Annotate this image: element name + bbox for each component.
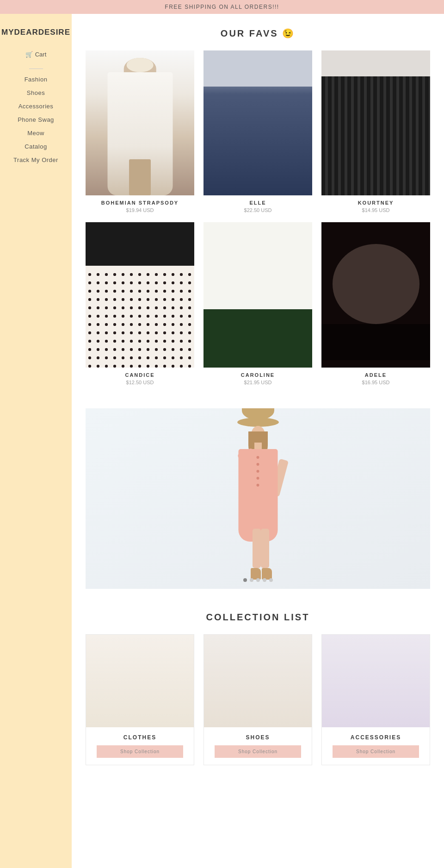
product-image-kourtney — [321, 50, 430, 195]
carousel-dot-5[interactable] — [269, 578, 273, 582]
carousel-section — [86, 408, 430, 589]
product-price-bohemian: $19.94 USD — [126, 207, 154, 213]
product-card-adele[interactable]: ADELE $16.95 USD — [321, 222, 430, 385]
sidebar-item-track-order[interactable]: Track My Order — [13, 156, 58, 163]
banner-text: FREE SHIPPING ON ALL ORDERS!!! — [165, 4, 279, 10]
product-price-elle: $22.50 USD — [244, 207, 272, 213]
favs-title: OUR FAVS 😉 — [86, 28, 430, 39]
top-banner: FREE SHIPPING ON ALL ORDERS!!! — [0, 0, 444, 14]
product-image-elle — [204, 50, 312, 195]
shop-clothes-button[interactable]: Shop Collection — [97, 745, 183, 758]
shop-shoes-button[interactable]: Shop Collection — [215, 745, 301, 758]
product-image-adele — [321, 222, 430, 367]
sidebar-item-meow[interactable]: Meow — [27, 130, 44, 137]
favs-grid: BOHEMIAN STRAPSODY $19.94 USD ELLE $22.5… — [86, 50, 430, 385]
sidebar-divider — [29, 69, 43, 69]
product-price-candice: $12.50 USD — [126, 380, 154, 385]
collection-card-clothes[interactable]: CLOTHES Shop Collection — [86, 634, 194, 765]
carousel-dot-4[interactable] — [263, 578, 266, 582]
dress-body — [238, 449, 278, 542]
product-price-caroline: $21.95 USD — [244, 380, 272, 385]
cart-label: Cart — [35, 51, 47, 58]
collection-image-clothes — [86, 635, 194, 727]
collection-name-clothes: CLOTHES — [123, 727, 156, 745]
carousel-dot-2[interactable] — [250, 578, 253, 582]
shop-accessories-button[interactable]: Shop Collection — [333, 745, 419, 758]
collection-name-shoes: SHOES — [246, 727, 270, 745]
product-image-caroline — [204, 222, 312, 367]
collection-image-accessories — [322, 635, 430, 727]
collection-card-accessories[interactable]: ACCESSORIES Shop Collection — [321, 634, 430, 765]
carousel-dot-1[interactable] — [243, 578, 247, 582]
collection-section: COLLECTION LIST CLOTHES Shop Collection … — [72, 598, 444, 779]
product-price-adele: $16.95 USD — [362, 380, 390, 385]
leg-left — [253, 529, 261, 568]
main-content: OUR FAVS 😉 BOHEMIAN STRAPSODY $19.94 USD — [72, 14, 444, 868]
product-image-candice — [86, 222, 194, 367]
product-card-elle[interactable]: ELLE $22.50 USD — [204, 50, 312, 213]
product-price-kourtney: $14.95 USD — [362, 207, 390, 213]
sidebar-item-phone-swag[interactable]: Phone Swag — [18, 116, 54, 123]
product-name-caroline: CAROLINE — [241, 372, 275, 378]
favs-section: OUR FAVS 😉 BOHEMIAN STRAPSODY $19.94 USD — [72, 14, 444, 390]
product-image-bohemian — [86, 50, 194, 195]
sidebar-item-shoes[interactable]: Shoes — [27, 89, 45, 96]
cart-link[interactable]: 🛒 Cart — [25, 51, 47, 58]
collection-grid: CLOTHES Shop Collection SHOES Shop Colle… — [86, 634, 430, 765]
collection-name-accessories: ACCESSORIES — [351, 727, 401, 745]
sidebar: MYDEARDESIRE 🛒 Cart Fashion Shoes Access… — [0, 14, 72, 868]
carousel-dots — [243, 578, 273, 582]
sidebar-item-catalog[interactable]: Catalog — [25, 143, 47, 150]
product-card-candice[interactable]: CANDICE $12.50 USD — [86, 222, 194, 385]
sidebar-nav: Fashion Shoes Accessories Phone Swag Meo… — [0, 76, 72, 163]
product-name-bohemian: BOHEMIAN STRAPSODY — [101, 200, 179, 206]
sidebar-item-fashion[interactable]: Fashion — [25, 76, 48, 83]
product-card-bohemian[interactable]: BOHEMIAN STRAPSODY $19.94 USD — [86, 50, 194, 213]
product-card-caroline[interactable]: CAROLINE $21.95 USD — [204, 222, 312, 385]
carousel-dot-3[interactable] — [256, 578, 260, 582]
product-name-kourtney: KOURTNEY — [358, 200, 394, 206]
collection-card-shoes[interactable]: SHOES Shop Collection — [204, 634, 312, 765]
site-logo: MYDEARDESIRE — [1, 28, 70, 37]
product-name-adele: ADELE — [365, 372, 387, 378]
collection-title: COLLECTION LIST — [86, 612, 430, 623]
sidebar-item-accessories[interactable]: Accessories — [18, 103, 54, 110]
collection-image-shoes — [204, 635, 312, 727]
product-name-elle: ELLE — [249, 200, 266, 206]
cart-icon: 🛒 — [25, 51, 33, 58]
carousel-figure — [212, 418, 304, 589]
leg-right — [261, 529, 269, 568]
product-name-candice: CANDICE — [125, 372, 154, 378]
product-card-kourtney[interactable]: KOURTNEY $14.95 USD — [321, 50, 430, 213]
